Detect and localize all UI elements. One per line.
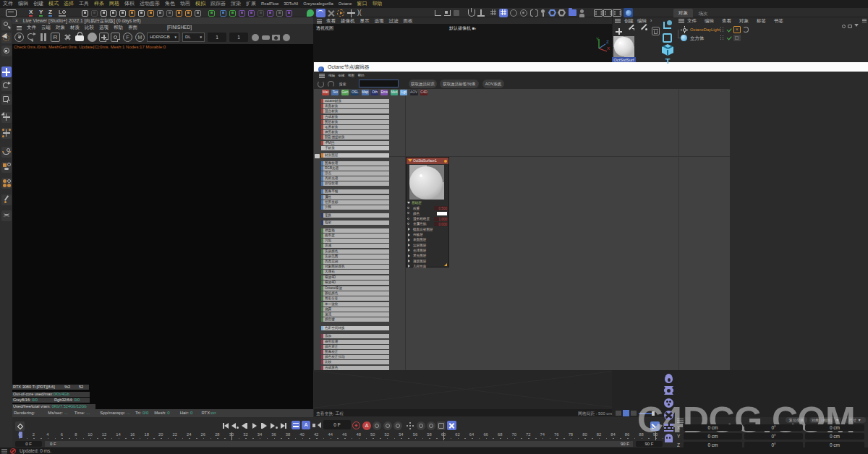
svg-text:Y: Y (596, 37, 599, 41)
svg-text:X: X (607, 46, 610, 51)
svg-text:Z: Z (606, 40, 609, 44)
